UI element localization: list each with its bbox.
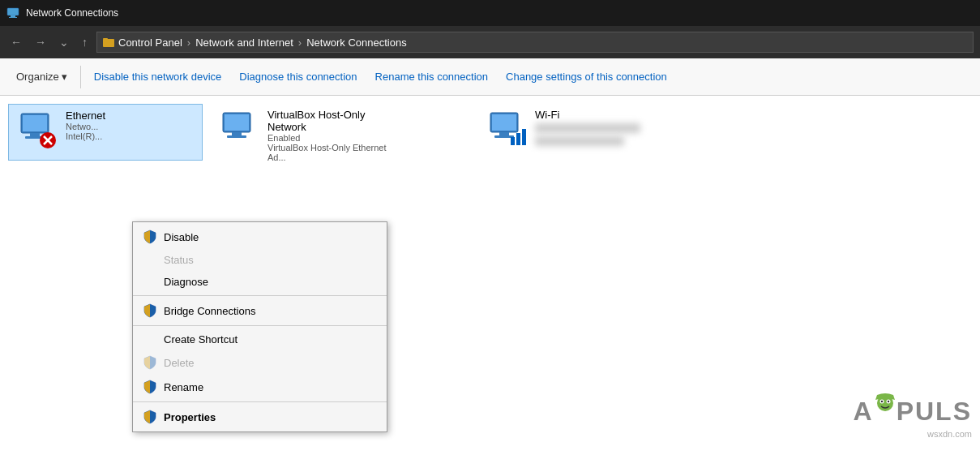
ctx-disable[interactable]: Disable — [133, 225, 387, 249]
path-network-connections: Network Connections — [306, 36, 407, 49]
path-control-panel: Control Panel — [118, 36, 182, 49]
svg-rect-6 — [23, 115, 47, 131]
ctx-diagnose-label: Diagnose — [164, 276, 208, 288]
organize-arrow: ▾ — [62, 71, 67, 83]
ctx-status[interactable]: Status — [133, 249, 387, 271]
ctx-shortcut-label: Create Shortcut — [164, 333, 238, 346]
ethernet-type: Netwo... — [66, 122, 105, 131]
virtualbox-name: VirtualBox Host-Only Network — [267, 109, 397, 133]
ctx-status-label: Status — [164, 254, 194, 266]
svg-rect-4 — [103, 38, 108, 40]
svg-rect-13 — [225, 114, 249, 131]
shield-bridge-icon — [143, 303, 157, 318]
svg-rect-7 — [30, 133, 40, 136]
shield-delete-icon — [143, 355, 157, 370]
forward-button[interactable]: → — [31, 34, 50, 50]
context-menu: Disable Status Diagnose Bridge Connectio… — [132, 221, 387, 432]
svg-rect-20 — [511, 137, 515, 145]
virtualbox-item[interactable]: VirtualBox Host-Only Network Enabled Vir… — [211, 104, 405, 161]
shield-rename-icon — [143, 380, 157, 394]
ethernet-name: Ethernet — [66, 109, 105, 122]
ethernet-info: Ethernet Netwo... Intel(R)... — [66, 109, 105, 141]
wifi-adapter-blurred — [535, 136, 624, 146]
ctx-create-shortcut[interactable]: Create Shortcut — [133, 328, 387, 350]
ctx-sep-3 — [133, 401, 387, 402]
svg-rect-2 — [9, 17, 17, 18]
svg-rect-1 — [11, 15, 15, 17]
watermark-domain: wsxdn.com — [854, 429, 972, 439]
ctx-disable-label: Disable — [164, 231, 199, 243]
ethernet-adapter: Intel(R)... — [66, 131, 105, 141]
ctx-sep-2 — [133, 325, 387, 326]
virtualbox-status: Enabled — [267, 133, 397, 143]
rename-button[interactable]: Rename this connection — [367, 62, 496, 92]
watermark-puls: PULS — [897, 397, 972, 427]
watermark-a: A — [854, 397, 874, 427]
ctx-delete[interactable]: Delete — [133, 350, 387, 375]
wifi-monitor-svg — [486, 109, 527, 149]
svg-point-26 — [880, 401, 882, 402]
svg-rect-15 — [227, 135, 246, 138]
disable-button[interactable]: Disable this network device — [86, 62, 230, 92]
organize-button[interactable]: Organize ▾ — [8, 62, 75, 92]
ctx-properties[interactable]: Properties — [133, 405, 387, 429]
wifi-name: Wi-Fi — [535, 109, 640, 121]
settings-button[interactable]: Change settings of this connection — [498, 62, 675, 92]
svg-rect-18 — [499, 132, 509, 135]
folder-icon — [102, 36, 115, 49]
wifi-item[interactable]: Wi-Fi — [478, 104, 673, 161]
virtualbox-monitor-svg — [219, 109, 259, 149]
svg-rect-17 — [492, 114, 516, 131]
ctx-properties-label: Properties — [164, 411, 216, 423]
ctx-bridge[interactable]: Bridge Connections — [133, 298, 387, 323]
wifi-info: Wi-Fi — [535, 109, 640, 146]
svg-rect-3 — [103, 39, 114, 47]
ctx-sep-1 — [133, 295, 387, 296]
watermark-appuals: A PULS — [854, 393, 972, 429]
virtualbox-info: VirtualBox Host-Only Network Enabled Vir… — [267, 109, 397, 162]
ethernet-item[interactable]: Ethernet Netwo... Intel(R)... — [8, 104, 203, 161]
appuals-mascot-icon — [874, 393, 897, 423]
wifi-icon — [486, 109, 527, 149]
wifi-status-blurred — [535, 123, 640, 133]
virtualbox-icon — [219, 109, 259, 149]
title-bar-text: Network Connections — [26, 7, 118, 19]
ethernet-icon — [17, 109, 58, 150]
title-bar-network-icon — [6, 6, 19, 19]
path-network-internet: Network and Internet — [195, 36, 293, 49]
virtualbox-adapter: VirtualBox Host-Only Ethernet Ad... — [267, 143, 397, 162]
svg-rect-22 — [522, 129, 526, 145]
watermark-area: A PULS wsxdn.com — [854, 393, 972, 439]
ctx-bridge-label: Bridge Connections — [164, 305, 255, 317]
watermark-pp-icon — [874, 393, 897, 429]
toolbar: Organize ▾ Disable this network device D… — [0, 58, 980, 96]
diagnose-button[interactable]: Diagnose this connection — [231, 62, 365, 92]
recent-button[interactable]: ⌄ — [55, 34, 73, 50]
up-button[interactable]: ↑ — [78, 34, 92, 50]
ethernet-monitor-svg — [17, 109, 58, 150]
address-bar: ← → ⌄ ↑ Control Panel › Network and Inte… — [0, 26, 980, 58]
ctx-rename-label: Rename — [164, 381, 203, 393]
ctx-rename[interactable]: Rename — [133, 375, 387, 399]
back-button[interactable]: ← — [6, 34, 26, 50]
svg-rect-21 — [516, 133, 520, 145]
svg-point-27 — [887, 401, 888, 402]
svg-rect-14 — [232, 132, 242, 135]
shield-properties-icon — [143, 410, 157, 424]
shield-disable-icon — [143, 230, 157, 244]
main-content: Ethernet Netwo... Intel(R)... VirtualBox… — [0, 96, 980, 455]
ctx-delete-label: Delete — [164, 357, 195, 369]
svg-rect-0 — [7, 8, 19, 15]
organize-label: Organize — [16, 71, 59, 83]
address-path[interactable]: Control Panel › Network and Internet › N… — [96, 32, 974, 53]
toolbar-divider-1 — [80, 66, 81, 88]
ctx-diagnose[interactable]: Diagnose — [133, 271, 387, 293]
title-bar: Network Connections — [0, 0, 980, 26]
